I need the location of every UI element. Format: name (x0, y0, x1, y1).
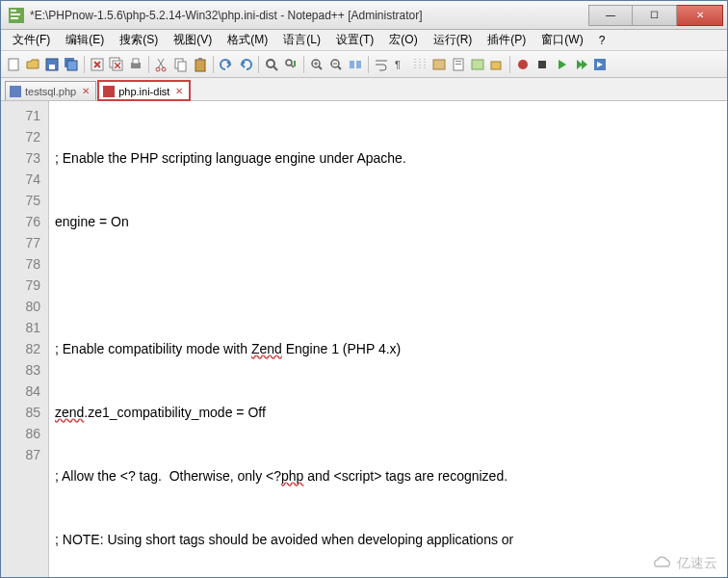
svg-rect-36 (10, 86, 21, 97)
app-icon (9, 8, 24, 23)
copy-icon[interactable] (172, 56, 190, 73)
menu-settings[interactable]: 设置(T) (328, 30, 381, 50)
zoom-out-icon[interactable] (327, 56, 345, 73)
word-wrap-icon[interactable] (373, 56, 390, 73)
menu-language[interactable]: 语言(L) (275, 30, 328, 50)
new-file-icon[interactable] (5, 56, 22, 73)
svg-rect-24 (350, 61, 354, 68)
window-controls: — ☐ ✕ (588, 5, 723, 26)
menu-run[interactable]: 运行(R) (426, 30, 481, 50)
tab-bar: testsql.php ✕ php.ini-dist ✕ (1, 78, 727, 101)
line-number: 71 (1, 105, 40, 126)
toolbar-separator (368, 56, 369, 73)
line-number: 74 (1, 169, 40, 190)
code-area[interactable]: ; Enable the PHP scripting language engi… (49, 101, 727, 578)
svg-rect-25 (356, 61, 361, 68)
line-number: 76 (1, 211, 40, 232)
tab-close-icon[interactable]: ✕ (175, 86, 183, 96)
tab-close-icon[interactable]: ✕ (82, 86, 90, 96)
line-number: 73 (1, 147, 40, 169)
svg-text:¶: ¶ (395, 59, 401, 70)
svg-rect-37 (103, 86, 115, 97)
print-icon[interactable] (127, 56, 144, 73)
line-number: 85 (1, 402, 40, 423)
line-number: 80 (1, 296, 40, 317)
line-number: 72 (1, 126, 40, 147)
code-line: ; NOTE: Using short tags should be avoid… (55, 529, 721, 550)
menu-search[interactable]: 搜索(S) (112, 30, 166, 50)
svg-rect-34 (538, 61, 546, 68)
show-chars-icon[interactable]: ¶ (392, 56, 409, 73)
line-number: 84 (1, 381, 40, 402)
cut-icon[interactable] (153, 56, 170, 73)
svg-rect-17 (178, 62, 186, 71)
line-number: 82 (1, 338, 40, 359)
tab-label: testsql.php (25, 86, 76, 97)
macro-record-icon[interactable] (514, 56, 532, 73)
svg-rect-27 (433, 60, 445, 69)
editor: 717273747576 77 7879 80 81828384858687 ;… (1, 101, 727, 578)
toolbar-separator (148, 56, 149, 73)
menu-bar: 文件(F) 编辑(E) 搜索(S) 视图(V) 格式(M) 语言(L) 设置(T… (1, 30, 727, 51)
tab-testsql[interactable]: testsql.php ✕ (5, 81, 96, 100)
save-icon[interactable] (43, 56, 61, 73)
menu-edit[interactable]: 编辑(E) (58, 30, 112, 50)
toolbar-separator (303, 56, 304, 73)
menu-macro[interactable]: 宏(O) (381, 30, 425, 50)
line-number: 81 (1, 317, 40, 338)
user-lang-icon[interactable] (430, 56, 448, 73)
close-all-icon[interactable] (108, 56, 125, 73)
svg-rect-18 (195, 60, 205, 71)
svg-rect-3 (11, 17, 18, 19)
menu-window[interactable]: 窗口(W) (533, 30, 590, 50)
toolbar-separator (258, 56, 259, 73)
menu-format[interactable]: 格式(M) (220, 30, 275, 50)
close-button[interactable]: ✕ (677, 5, 723, 26)
save-all-icon[interactable] (63, 56, 80, 73)
close-file-icon[interactable] (89, 56, 106, 73)
svg-rect-30 (455, 64, 461, 65)
menu-view[interactable]: 视图(V) (166, 30, 220, 50)
toolbar-separator (213, 56, 214, 73)
undo-icon[interactable] (218, 56, 235, 73)
menu-plugins[interactable]: 插件(P) (480, 30, 533, 50)
line-number: 86 (1, 423, 40, 444)
svg-point-20 (267, 60, 274, 67)
svg-rect-2 (11, 13, 20, 15)
line-number-gutter: 717273747576 77 7879 80 81828384858687 (1, 101, 49, 578)
indent-guide-icon[interactable] (411, 56, 429, 73)
tab-label: php.ini-dist (118, 86, 169, 97)
svg-rect-29 (455, 61, 461, 62)
title-bar: *E:\PHPnow-1.5.6\php-5.2.14-Win32\php.in… (1, 1, 727, 30)
menu-help[interactable]: ? (591, 32, 613, 49)
code-line: ; Allow the <? tag. Otherwise, only <?ph… (55, 465, 721, 486)
line-number: 87 (1, 444, 40, 465)
svg-rect-31 (472, 60, 483, 69)
code-line (55, 275, 721, 296)
svg-rect-32 (491, 62, 501, 69)
tab-php-ini[interactable]: php.ini-dist ✕ (98, 81, 190, 100)
paste-icon[interactable] (192, 56, 209, 73)
redo-icon[interactable] (237, 56, 254, 73)
macro-play-icon[interactable] (553, 56, 570, 73)
zoom-in-icon[interactable] (308, 56, 325, 73)
minimize-button[interactable]: — (588, 5, 633, 26)
find-icon[interactable] (263, 56, 280, 73)
folder-tree-icon[interactable] (488, 56, 506, 73)
line-number: 75 (1, 190, 40, 211)
func-list-icon[interactable] (469, 56, 486, 73)
maximize-button[interactable]: ☐ (633, 5, 677, 26)
open-file-icon[interactable] (24, 56, 41, 73)
doc-map-icon[interactable] (450, 56, 467, 73)
window-title: *E:\PHPnow-1.5.6\php-5.2.14-Win32\php.in… (30, 9, 588, 22)
macro-repeat-icon[interactable] (572, 56, 589, 73)
line-number: 78 (1, 253, 40, 275)
replace-icon[interactable] (282, 56, 299, 73)
menu-file[interactable]: 文件(F) (5, 30, 58, 50)
macro-stop-icon[interactable] (533, 56, 551, 73)
toolbar: ¶ (1, 51, 727, 78)
toolbar-separator (84, 56, 85, 73)
file-icon (10, 86, 21, 97)
macro-save-icon[interactable] (591, 56, 609, 73)
sync-scroll-icon[interactable] (347, 56, 364, 73)
